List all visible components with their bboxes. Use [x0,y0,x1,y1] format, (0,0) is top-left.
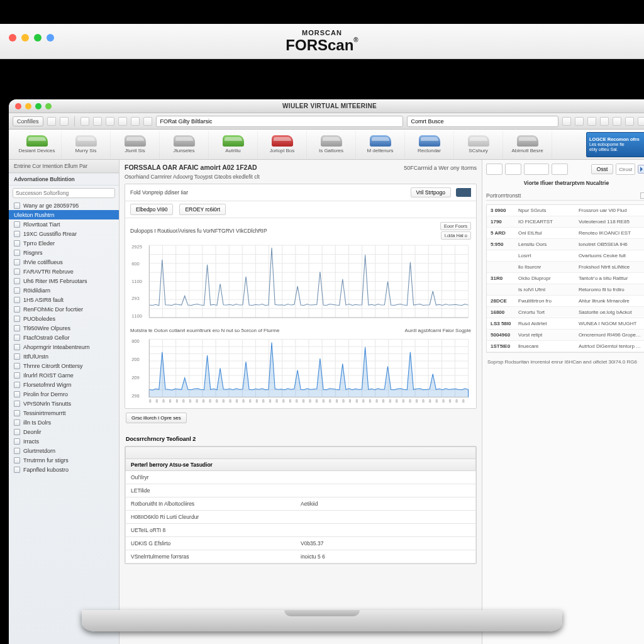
forward-icon[interactable] [60,117,69,126]
right-tool-3[interactable] [524,164,549,175]
vehicle-button-10[interactable]: Abirnotl Besre [503,131,552,158]
vehicle-button-5[interactable]: Joriopl Bos [258,131,307,158]
sidebar-item-13[interactable]: Ahoprmgrir Inteabentreurn [9,342,119,352]
right-table-row[interactable]: 5:950Lensitu OorsIonotret OB5SEIA IH6 [487,239,644,250]
tab-1[interactable]: Elbedpo Vi90 [130,204,173,215]
sidebar-search-input[interactable] [13,188,115,198]
sidebar-item-2[interactable]: Tprro Eleder [9,238,119,248]
bookmark-icon[interactable] [106,117,114,126]
print-icon[interactable] [118,117,127,126]
minimize-icon[interactable] [25,103,31,109]
sidebar-item-25[interactable]: Trrutrrnn fur stigrs [9,455,119,465]
right-tool-2[interactable] [505,164,521,175]
tab-2[interactable]: EROEY rc6i0rt [179,204,226,215]
right-search[interactable] [616,164,635,175]
history-add-icon[interactable] [128,449,136,457]
sidebar-item-7[interactable]: R0Idildiarn [9,286,119,295]
vehicle-button-7[interactable]: M dettenurs [356,131,405,158]
history-row[interactable]: UDKIS G EfslirtoV0b35.37 [125,537,476,550]
sidebar-item-14[interactable]: IttfUlUrstn [9,352,119,361]
sidebar-item-selected[interactable]: Ulekton Rushtrn [9,210,119,219]
history-delete-icon[interactable] [148,449,156,457]
chart-action-2[interactable]: I.dda Hal o [441,231,471,240]
sidebar-item-22[interactable]: Deonlir [9,427,119,436]
download-icon[interactable] [587,117,596,126]
zoom-icon[interactable] [35,103,42,109]
right-table-row[interactable]: 5 ARDOnl EtLftulRenoteo IKOANCI EST [487,228,644,239]
back-icon[interactable] [47,117,56,126]
play-icon[interactable] [638,165,644,174]
sidebar-item-26[interactable]: Fapnfled kubostro [9,465,119,474]
vehicle-button-1[interactable]: Murry Sis [62,131,111,158]
history-row[interactable]: Oul'ilryr [125,471,476,484]
history-edit-icon[interactable] [138,449,146,457]
sidebar-item-3[interactable]: Risgnrs [9,248,119,257]
right-table-row[interactable]: Is rolVi UfmlRetoronro fil to frdlro [487,284,644,296]
right-table-row[interactable]: LS3 58I0Rusd AidirtetWUNEA I NGOM MUGHT [487,318,644,330]
right-table-row[interactable]: 1790IO FICEARTSTVoteoteroed 118 RE85 [487,216,644,228]
vehicle-button-9[interactable]: SCshury [454,131,503,158]
sidebar-item-1[interactable]: 19XC Gusstiflo Rrear [9,229,119,238]
right-table-row[interactable]: 28DCEFwuliItlrtron froAhtur lltrunk Mrna… [487,296,644,307]
vehicle-button-3[interactable]: Jtunseles [160,131,209,158]
sidebar-item-19[interactable]: VPrS0Nrln Tisnutts [9,399,119,408]
sidebar-top-row[interactable]: Wany ar ge 28059795 [9,201,119,210]
right-table-row[interactable]: 31R0Oidio DluproprTantotr'o a bitu Rattt… [487,273,644,284]
history-row[interactable]: UETeIL oRTI 8 [125,524,476,537]
zoom-icon[interactable] [34,34,42,42]
gear-icon[interactable] [143,117,152,126]
home-icon[interactable] [93,117,102,126]
sidebar-item-4[interactable]: IhVie cotilflueus [9,257,119,267]
address-field-right[interactable] [407,116,558,127]
grid-icon[interactable] [600,117,609,126]
history-row[interactable]: Rotboruitht In AlboItocliiresAetikiid [125,497,476,511]
vehicle-cta[interactable]: LOGCE Recomon ofrnLes eobopome fieebly o… [586,132,644,157]
sidebar-item-9[interactable]: RenFOhMic Dor focrtier [9,304,119,314]
right-table-row[interactable]: LosrrtOvartuons Ceoke fult [487,250,644,262]
sidebar-item-17[interactable]: Florsetofmrd Wigrn [9,380,119,389]
sidebar-item-18[interactable]: Pirolin fror Dernro [9,389,119,399]
right-table-row[interactable]: 3 0900Npur SGrutsFrossron uar Vi0 Flud [487,205,644,216]
history-row[interactable]: LETilide [125,484,476,497]
vehicle-button-0[interactable]: Desiant Devices [13,131,62,158]
sidebar-item-23[interactable]: Irracts [9,436,119,446]
right-table-row[interactable]: 5004960Vorst retiptOrncrernord RI496 Gro… [487,330,644,341]
sidebar-item-12[interactable]: FtacfOstra9 Gellor [9,333,119,342]
right-table-row[interactable]: 16800Cnrortu TortSastorite oe.lotg bAcko… [487,307,644,318]
sidebar-item-16[interactable]: Ilrurlrl ROIST Garne [9,370,119,380]
sidebar-item-11[interactable]: Tl950Wire Olpures [9,323,119,333]
history-row[interactable]: VSnelrrtulmerne forrsrasinoictu 5 6 [125,550,476,564]
nav-label[interactable]: Confilles [13,116,43,126]
vehicle-button-6[interactable]: Is Gattores [307,131,356,158]
minimize-icon[interactable] [21,34,29,42]
vehicle-button-8[interactable]: Rectondar [405,131,454,158]
right-table-row[interactable]: 1ST5IE0llnuecareAutrtod DiGerntol tentor… [487,341,644,352]
chart-action-1[interactable]: Eoor Foors [440,222,471,230]
sidebar-item-5[interactable]: FARAVTRI Rebruve [9,267,119,276]
sidebar-item-21[interactable]: illn ts Dolrs [9,418,119,427]
sidebar-item-20[interactable]: Tessinirtrremurrtt [9,408,119,418]
history-row[interactable]: H08IIO6Kl0 Ri Lurti Cleurdur [125,511,476,524]
close-icon[interactable] [9,34,16,42]
sidebar-item-24[interactable]: Glurtrretdorn [9,446,119,455]
help-icon[interactable] [638,117,644,126]
sidebar-item-0[interactable]: Rlovrttoat Tiart [9,219,119,229]
menu-icon[interactable] [613,117,621,126]
tag-icon[interactable] [456,188,471,197]
right-search-input[interactable] [616,164,635,174]
address-field-left[interactable] [156,116,403,127]
sidebar-item-15[interactable]: Thrnre Citrortlt Onttersy [9,361,119,370]
filter-value[interactable]: Vril Strtpogo [411,187,451,197]
sidebar-item-6[interactable]: Uh6 Riter IM5 Februotars [9,276,119,286]
right-clear-button[interactable]: Osst [591,164,613,174]
vehicle-button-2[interactable]: Jtunit Sis [111,131,160,158]
vehicle-button-4[interactable]: Autriliu [209,131,258,158]
sidebar-item-8[interactable]: 1H5 ASIR8 fault [9,295,119,304]
right-tool-1[interactable] [486,164,502,175]
right-table-row[interactable]: llo lIsurcnrFrokshod Ntrtt sLiNtice [487,262,644,273]
close-icon[interactable] [15,103,21,109]
user-icon[interactable] [575,117,584,126]
reload-icon[interactable] [80,117,89,126]
more-icon[interactable] [625,117,634,126]
sidebar-item-10[interactable]: PUOboledes [9,314,119,323]
